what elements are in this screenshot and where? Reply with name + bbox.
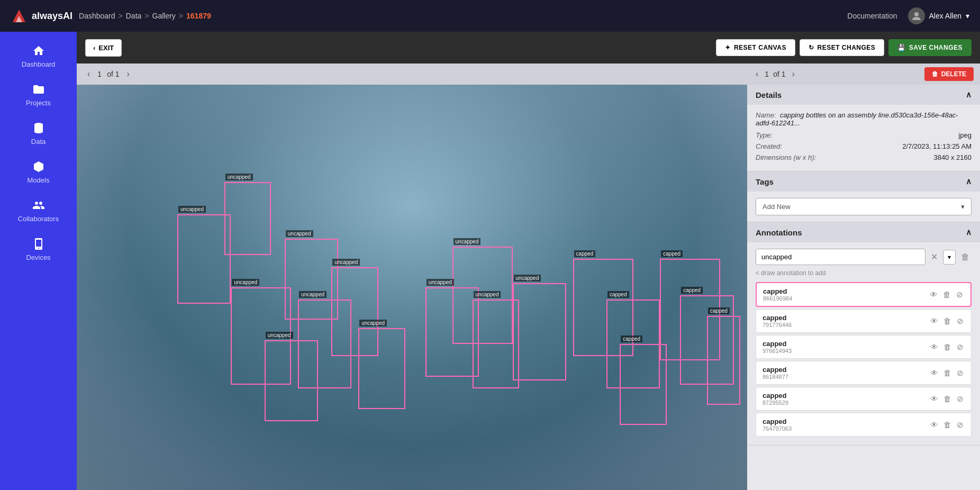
reset-changes-icon: ↻ <box>809 44 814 51</box>
annotation-eye-button[interactable]: 👁 <box>929 341 939 352</box>
detail-dimensions-value: 3840 x 2160 <box>933 153 972 161</box>
annotation-eye-button[interactable]: 👁 <box>929 393 939 404</box>
save-changes-button[interactable]: 💾 SAVE CHANGES <box>888 39 972 56</box>
nav-right: Documentation Alex Allen ▾ <box>847 7 969 24</box>
user-chevron: ▾ <box>966 12 969 20</box>
documentation-link[interactable]: Documentation <box>847 12 897 20</box>
details-body: Name: capping bottles on an assembly lin… <box>747 105 980 171</box>
panel-pagination: ‹ 1 of 1 › 🗑 DELETE <box>747 63 980 85</box>
folder-icon <box>32 83 45 96</box>
sidebar-item-data[interactable]: Data <box>0 114 77 153</box>
content-row: ‹ 1 of 1 › uncapped <box>77 63 980 490</box>
annotation-eye-button[interactable]: 👁 <box>929 367 939 378</box>
annotation-item: capped 764797063 👁 🗑 ⊘ <box>756 413 972 437</box>
home-icon <box>32 44 45 57</box>
annotation-item-id: 87295529 <box>763 400 788 406</box>
annotation-input-delete-button[interactable]: 🗑 <box>959 252 972 262</box>
annotation-item-left: capped 791776446 <box>763 314 792 328</box>
annotations-header[interactable]: Annotations ∧ <box>747 222 980 242</box>
pagination-bar: ‹ 1 of 1 › <box>77 63 747 85</box>
annotation-item-id: 764797063 <box>763 425 792 432</box>
details-header[interactable]: Details ∧ <box>747 85 980 105</box>
reset-canvas-icon: ✦ <box>725 44 731 51</box>
annotation-input-field[interactable] <box>756 249 925 265</box>
tags-chevron-icon: ▾ <box>961 203 965 211</box>
panel-pagination-left: ‹ 1 of 1 › <box>754 67 797 81</box>
annotation-input-row: ✕ ▾ 🗑 <box>756 249 972 265</box>
sidebar-item-collaborators-label: Collaborators <box>18 215 59 223</box>
annotations-collapse-icon: ∧ <box>966 228 972 237</box>
next-page-button[interactable]: › <box>124 67 131 81</box>
avatar-icon <box>911 11 922 21</box>
tags-add-new-dropdown[interactable]: Add New ▾ <box>756 198 972 215</box>
annotation-block-button[interactable]: ⊘ <box>956 419 965 431</box>
annotation-block-button[interactable]: ⊘ <box>956 367 965 379</box>
annotation-trash-button[interactable]: 🗑 <box>942 393 952 404</box>
annotation-item-actions: 👁 🗑 ⊘ <box>929 315 965 327</box>
breadcrumb-dashboard[interactable]: Dashboard <box>79 12 115 20</box>
sidebar-item-devices[interactable]: Devices <box>0 230 77 269</box>
details-label: Details <box>756 90 782 99</box>
annotation-item-left: capped 764797063 <box>763 418 792 432</box>
annotation-eye-button[interactable]: 👁 <box>929 419 939 430</box>
annotation-box: uncapped <box>425 287 479 377</box>
tags-add-new-label: Add New <box>763 203 791 211</box>
annotation-block-button[interactable]: ⊘ <box>956 341 965 353</box>
annotation-item-label: capped <box>763 287 792 295</box>
people-icon <box>32 199 45 212</box>
image-canvas[interactable]: uncapped uncapped uncapped uncapped unca <box>77 85 747 490</box>
annotation-block-button[interactable]: ⊘ <box>955 289 964 301</box>
right-panel: ‹ 1 of 1 › 🗑 DELETE Details <box>747 63 980 490</box>
sidebar-item-projects[interactable]: Projects <box>0 76 77 114</box>
annotation-item-label: capped <box>763 314 792 322</box>
detail-dimensions-label: Dimensions (w x h): <box>756 153 816 161</box>
panel-page-current: 1 <box>765 70 769 78</box>
annotation-trash-button[interactable]: 🗑 <box>942 289 952 300</box>
panel-prev-button[interactable]: ‹ <box>754 67 760 81</box>
device-icon <box>32 238 45 250</box>
reset-changes-button[interactable]: ↻ RESET CHANGES <box>800 39 884 56</box>
toolbar-right: ✦ RESET CANVAS ↻ RESET CHANGES 💾 SAVE CH… <box>716 39 972 56</box>
sidebar-item-collaborators[interactable]: Collaborators <box>0 192 77 230</box>
database-icon <box>32 122 45 134</box>
annotation-item-actions: 👁 🗑 ⊘ <box>929 393 965 405</box>
annotation-trash-button[interactable]: 🗑 <box>942 341 952 352</box>
tags-header[interactable]: Tags ∧ <box>747 171 980 192</box>
exit-button[interactable]: ‹ EXIT <box>85 39 122 57</box>
annotation-block-button[interactable]: ⊘ <box>956 315 965 327</box>
annotation-input-expand-button[interactable]: ▾ <box>943 250 956 265</box>
delete-label: DELETE <box>941 70 966 78</box>
breadcrumb-gallery[interactable]: Gallery <box>152 12 176 20</box>
panel-page-of: of 1 <box>773 70 785 78</box>
tags-section: Tags ∧ Add New ▾ <box>747 171 980 222</box>
annotation-item: capped 976614943 👁 🗑 ⊘ <box>756 335 972 359</box>
annotation-box: uncapped <box>513 283 566 380</box>
sidebar-item-dashboard-label: Dashboard <box>22 60 56 68</box>
user-name: Alex Allen <box>929 12 961 20</box>
annotation-input-clear-button[interactable]: ✕ <box>929 252 940 262</box>
annotation-trash-button[interactable]: 🗑 <box>942 367 952 378</box>
annotation-trash-button[interactable]: 🗑 <box>942 315 952 326</box>
logo: alwaysAI <box>11 7 72 24</box>
sidebar-item-models[interactable]: Models <box>0 153 77 192</box>
annotation-eye-button[interactable]: 👁 <box>929 315 939 326</box>
detail-name-label: Name: <box>756 111 776 119</box>
top-nav: alwaysAI Dashboard > Data > Gallery > 16… <box>0 0 980 32</box>
delete-button[interactable]: 🗑 DELETE <box>924 67 974 81</box>
reset-canvas-button[interactable]: ✦ RESET CANVAS <box>716 39 795 56</box>
sidebar-item-dashboard[interactable]: Dashboard <box>0 37 77 76</box>
panel-next-button[interactable]: › <box>790 67 796 81</box>
annotation-trash-button[interactable]: 🗑 <box>942 419 952 430</box>
user-menu[interactable]: Alex Allen ▾ <box>908 7 969 24</box>
details-collapse-icon: ∧ <box>966 90 972 99</box>
user-avatar <box>908 7 925 24</box>
annotation-eye-button[interactable]: 👁 <box>929 289 939 300</box>
save-icon: 💾 <box>897 44 906 51</box>
sidebar-item-models-label: Models <box>28 176 50 184</box>
breadcrumb-data[interactable]: Data <box>126 12 142 20</box>
logo-icon <box>11 7 28 24</box>
annotation-block-button[interactable]: ⊘ <box>956 393 965 405</box>
detail-type-row: Type: jpeg <box>756 131 972 139</box>
annotations-label: Annotations <box>756 228 802 237</box>
prev-page-button[interactable]: ‹ <box>85 67 92 81</box>
